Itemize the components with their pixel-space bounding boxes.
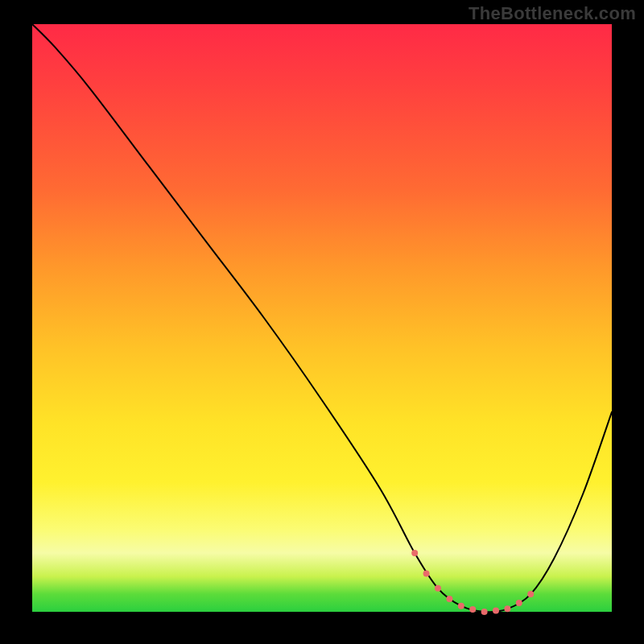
optimal-marker — [504, 605, 510, 612]
bottleneck-curve — [32, 24, 612, 612]
optimal-marker — [469, 606, 476, 613]
plot-inner — [32, 24, 612, 612]
watermark-label: TheBottleneck.com — [469, 3, 636, 24]
optimal-marker — [435, 585, 441, 592]
optimal-marker — [481, 609, 488, 615]
optimal-marker — [446, 596, 452, 602]
optimal-marker — [516, 600, 522, 606]
plot-area — [32, 24, 612, 612]
curve-layer — [32, 24, 612, 612]
optimal-marker — [411, 550, 418, 556]
optimal-marker — [493, 608, 499, 614]
optimal-marker — [458, 603, 464, 609]
optimal-marker — [423, 571, 430, 577]
chart-frame: TheBottleneck.com — [0, 0, 644, 644]
optimal-marker — [527, 591, 534, 597]
